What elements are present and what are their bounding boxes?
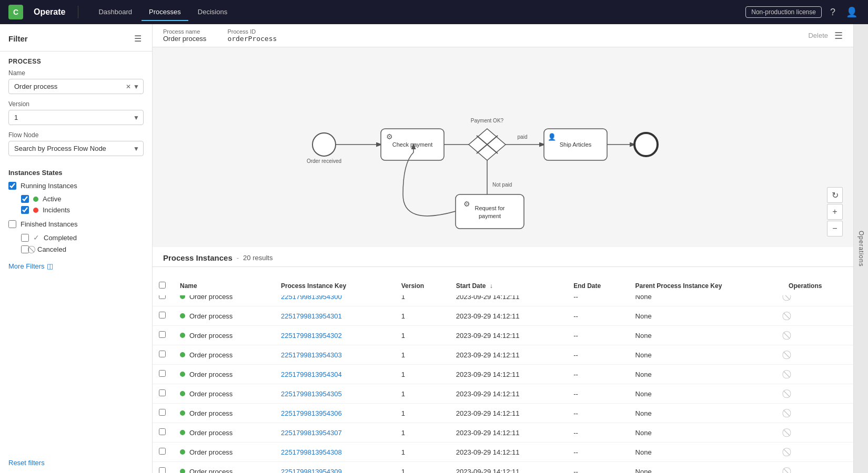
more-filters-link[interactable]: More Filters ◫ xyxy=(8,262,144,270)
row-start-date: 2023-09-29 14:12:11 xyxy=(450,423,567,443)
row-checkbox-cell xyxy=(153,384,174,404)
row-status-dot xyxy=(180,391,185,396)
row-end-date: -- xyxy=(567,326,629,345)
active-checkbox-label[interactable]: Active xyxy=(21,195,144,203)
row-operations-cell: ⃠ xyxy=(782,462,853,474)
svg-text:Ship Articles: Ship Articles xyxy=(560,141,592,148)
nav-decisions[interactable]: Decisions xyxy=(190,4,235,21)
canceled-checkbox-label[interactable]: ⃠ Canceled xyxy=(21,245,144,254)
running-instances-checkbox[interactable] xyxy=(8,182,16,190)
row-key-link[interactable]: 2251799813954304 xyxy=(281,371,342,378)
row-checkbox-cell xyxy=(153,443,174,462)
row-checkbox[interactable] xyxy=(159,389,166,396)
row-parent-key: None xyxy=(629,423,782,443)
canceled-checkbox[interactable] xyxy=(21,245,29,253)
table-row: Order process 2251799813954306 1 2023-09… xyxy=(153,404,853,423)
completed-checkbox[interactable] xyxy=(21,234,29,242)
sort-down-icon: ↓ xyxy=(490,282,493,290)
row-name: Order process xyxy=(174,326,275,345)
active-checkbox[interactable] xyxy=(21,195,29,203)
diagram-zoom-out-button[interactable]: − xyxy=(827,221,843,236)
row-parent-key: None xyxy=(629,326,782,345)
row-checkbox[interactable] xyxy=(159,467,166,473)
version-wrapper: 1 ▼ xyxy=(8,110,144,125)
operations-toggle-button[interactable]: ☰ xyxy=(834,30,843,42)
row-version: 1 xyxy=(395,306,450,326)
process-id-meta: Process ID orderProcess xyxy=(227,28,277,43)
sidebar-header: Filter ☰ xyxy=(0,24,152,52)
svg-text:payment: payment xyxy=(479,213,501,219)
process-section-title: Process xyxy=(8,58,144,65)
row-status-dot xyxy=(180,352,185,357)
row-start-date: 2023-09-29 14:12:11 xyxy=(450,443,567,462)
row-name: Order process xyxy=(174,423,275,443)
filter-toggle-button[interactable]: ☰ xyxy=(132,32,144,46)
filter-icon: ◫ xyxy=(47,262,53,270)
operations-sidebar[interactable]: Operations xyxy=(853,24,868,473)
nav-dashboard[interactable]: Dashboard xyxy=(91,4,139,21)
row-end-date: -- xyxy=(567,423,629,443)
incidents-checkbox-label[interactable]: Incidents xyxy=(21,206,144,214)
nav-processes[interactable]: Processes xyxy=(142,4,188,21)
row-checkbox[interactable] xyxy=(159,409,166,416)
row-operations-cell: ⃠ xyxy=(782,345,853,365)
row-checkbox-cell xyxy=(153,404,174,423)
process-name-select[interactable]: Order process xyxy=(8,79,144,94)
reset-filters-link[interactable]: Reset filters xyxy=(8,459,45,467)
th-end-date: End Date xyxy=(567,276,629,296)
row-checkbox[interactable] xyxy=(159,331,166,338)
row-version: 1 xyxy=(395,326,450,345)
row-key-link[interactable]: 2251799813954303 xyxy=(281,351,342,359)
row-key-link[interactable]: 2251799813954308 xyxy=(281,448,342,456)
canceled-label: Canceled xyxy=(37,245,66,253)
finished-instances-label: Finished Instances xyxy=(21,220,77,228)
diagram-zoom-in-button[interactable]: + xyxy=(827,204,843,220)
process-meta: Process name Order process Process ID or… xyxy=(163,28,277,43)
running-instances-checkbox-label[interactable]: Running Instances xyxy=(8,182,144,190)
row-checkbox[interactable] xyxy=(159,448,166,455)
finished-instances-checkbox-label[interactable]: Finished Instances xyxy=(8,220,144,228)
instances-states-section: Instances States Running Instances Activ… xyxy=(0,169,152,258)
row-key-link[interactable]: 2251799813954305 xyxy=(281,390,342,398)
row-key-link[interactable]: 2251799813954301 xyxy=(281,312,342,320)
process-name-label: Name xyxy=(8,69,144,77)
row-start-date: 2023-09-29 14:12:11 xyxy=(450,345,567,365)
th-select-all xyxy=(153,276,174,296)
help-button[interactable]: ? xyxy=(828,5,837,20)
select-all-checkbox[interactable] xyxy=(159,282,166,289)
row-version: 1 xyxy=(395,365,450,384)
row-parent-key: None xyxy=(629,345,782,365)
flow-node-label: Flow Node xyxy=(8,131,144,139)
diagram-controls: ↻ + − xyxy=(827,187,843,236)
user-button[interactable]: 👤 xyxy=(844,4,860,20)
row-checkbox[interactable] xyxy=(159,312,166,318)
row-version: 1 xyxy=(395,423,450,443)
finished-instances-checkbox[interactable] xyxy=(8,220,16,228)
incidents-status-dot xyxy=(33,208,38,213)
row-key-link[interactable]: 2251799813954306 xyxy=(281,409,342,417)
row-key-link[interactable]: 2251799813954309 xyxy=(281,468,342,474)
delete-button[interactable]: Delete xyxy=(808,32,828,39)
completed-checkbox-label[interactable]: ✓ Completed xyxy=(21,233,144,242)
version-select[interactable]: 1 xyxy=(8,110,144,125)
row-end-date: -- xyxy=(567,306,629,326)
process-id-meta-label: Process ID xyxy=(227,28,277,35)
row-end-date: -- xyxy=(567,462,629,474)
row-checkbox[interactable] xyxy=(159,370,166,377)
running-sub-group: Active Incidents xyxy=(8,195,144,214)
row-operations-cell: ⃠ xyxy=(782,423,853,443)
instances-count: 20 results xyxy=(243,254,272,262)
row-end-date: -- xyxy=(567,365,629,384)
flow-node-select[interactable]: Search by Process Flow Node xyxy=(8,141,144,156)
process-name-clear-icon[interactable]: ✕ xyxy=(126,83,131,90)
th-start-date[interactable]: Start Date ↓ xyxy=(450,276,567,296)
row-start-date: 2023-09-29 14:12:11 xyxy=(450,384,567,404)
incidents-checkbox[interactable] xyxy=(21,206,29,214)
row-key: 2251799813954306 xyxy=(275,404,395,423)
row-key-link[interactable]: 2251799813954302 xyxy=(281,332,342,340)
row-key-link[interactable]: 2251799813954307 xyxy=(281,429,342,437)
running-instances-group: Running Instances Active Incidents xyxy=(8,182,144,254)
row-checkbox[interactable] xyxy=(159,351,166,357)
diagram-reset-button[interactable]: ↻ xyxy=(827,187,843,203)
row-checkbox[interactable] xyxy=(159,428,166,435)
